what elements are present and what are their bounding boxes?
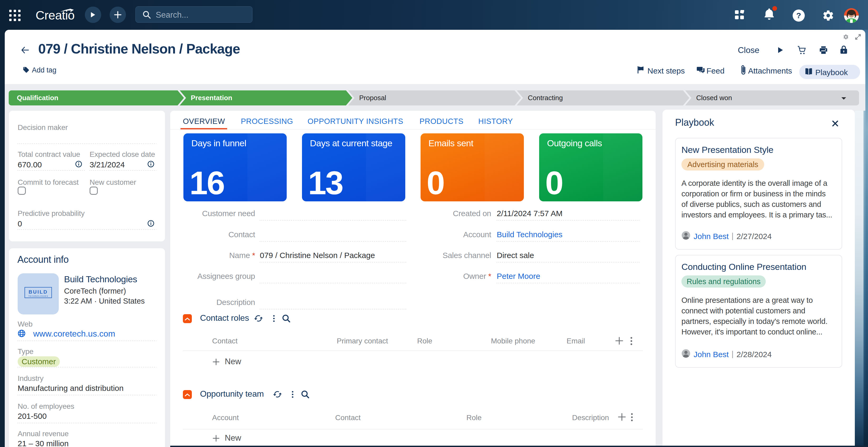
svg-text:?: ? <box>796 11 801 20</box>
